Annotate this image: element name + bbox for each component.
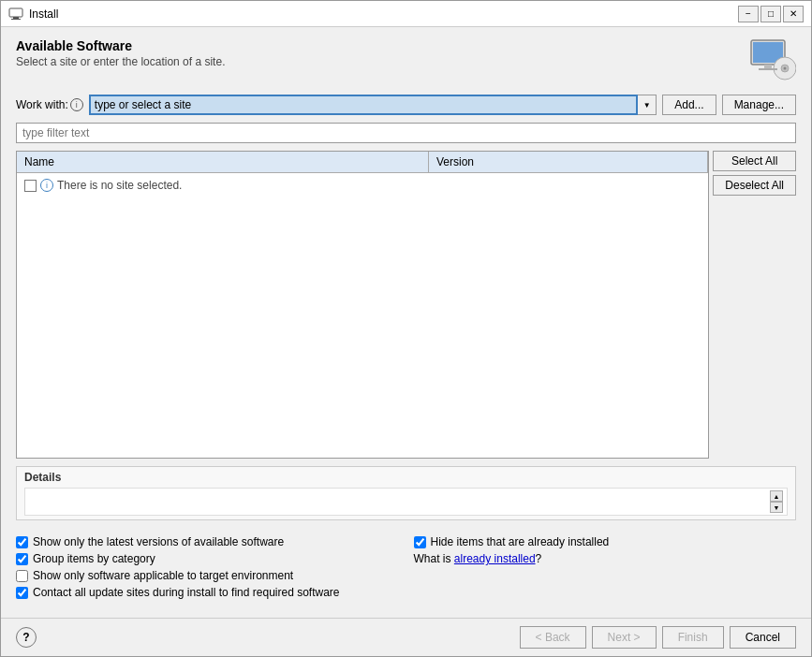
- option-contact-update-sites-label[interactable]: Contact all update sites during install …: [33, 586, 340, 599]
- side-buttons: Select All Deselect All: [713, 151, 796, 459]
- option-group-by-category-label[interactable]: Group items by category: [33, 552, 155, 565]
- header-computer-icon: [747, 38, 796, 83]
- option-contact-update-sites-checkbox[interactable]: [16, 587, 28, 599]
- header-section: Available Software Select a site or ente…: [16, 38, 796, 83]
- page-subtitle: Select a site or enter the location of a…: [16, 55, 225, 68]
- window-title: Install: [29, 7, 58, 21]
- table-section: Name Version i There is no site selected…: [16, 151, 796, 459]
- work-with-combo: ▼: [89, 95, 657, 115]
- details-label: Details: [24, 471, 788, 484]
- option-group-by-category-checkbox[interactable]: [16, 553, 28, 565]
- finish-button[interactable]: Finish: [662, 626, 724, 649]
- option-contact-update-sites: Contact all update sites during install …: [16, 586, 796, 599]
- page-title: Available Software: [16, 38, 225, 53]
- what-is-installed-text: What is already installed?: [414, 552, 542, 565]
- option-group-by-category: Group items by category: [16, 552, 399, 565]
- options-row-1: Show only the latest versions of availab…: [16, 535, 796, 548]
- work-with-label: Work with:: [16, 98, 68, 111]
- option-hide-installed-checkbox[interactable]: [414, 536, 426, 548]
- already-installed-link[interactable]: already installed: [454, 552, 536, 565]
- cancel-button[interactable]: Cancel: [730, 626, 796, 649]
- option-applicable-env-label[interactable]: Show only software applicable to target …: [33, 569, 293, 582]
- option-latest-versions: Show only the latest versions of availab…: [16, 535, 399, 548]
- svg-rect-8: [764, 65, 772, 68]
- details-section: Details ▲ ▼: [16, 466, 796, 520]
- options-section: Show only the latest versions of availab…: [16, 528, 796, 606]
- details-content: ▲ ▼: [24, 488, 788, 516]
- option-latest-versions-label[interactable]: Show only the latest versions of availab…: [33, 535, 284, 548]
- minimize-button[interactable]: −: [738, 6, 759, 22]
- svg-rect-2: [11, 19, 21, 20]
- option-what-is-installed: What is already installed?: [414, 552, 797, 565]
- work-with-row: Work with: i ▼ Add... Manage...: [16, 95, 796, 115]
- title-bar: Install − □ ✕: [1, 1, 811, 27]
- option-applicable-env-checkbox[interactable]: [16, 570, 28, 582]
- deselect-all-button[interactable]: Deselect All: [713, 175, 796, 196]
- scroll-up-button[interactable]: ▲: [770, 490, 783, 502]
- name-column-header: Name: [17, 152, 429, 172]
- footer-nav-buttons: < Back Next > Finish Cancel: [520, 626, 796, 649]
- row-checkbox[interactable]: [24, 180, 37, 192]
- back-button[interactable]: < Back: [520, 626, 586, 649]
- next-button[interactable]: Next >: [592, 626, 657, 649]
- window-icon: [8, 7, 23, 22]
- work-with-input[interactable]: [89, 95, 638, 115]
- option-applicable-env: Show only software applicable to target …: [16, 569, 399, 582]
- options-row-3: Show only software applicable to target …: [16, 569, 796, 582]
- software-table: Name Version i There is no site selected…: [16, 151, 709, 459]
- main-content: Available Software Select a site or ente…: [1, 27, 811, 618]
- help-button[interactable]: ?: [16, 627, 37, 648]
- options-row-2: Group items by category What is already …: [16, 552, 796, 565]
- svg-rect-1: [13, 17, 19, 19]
- version-column-header: Version: [429, 152, 708, 172]
- table-header: Name Version: [17, 152, 708, 173]
- close-button[interactable]: ✕: [783, 6, 804, 22]
- install-window: Install − □ ✕ Available Software Select …: [0, 0, 812, 657]
- row-info-icon: i: [40, 179, 53, 192]
- work-with-dropdown-button[interactable]: ▼: [638, 95, 657, 115]
- select-all-button[interactable]: Select All: [713, 151, 796, 171]
- option-hide-installed: Hide items that are already installed: [414, 535, 797, 548]
- work-with-info-icon[interactable]: i: [70, 98, 83, 111]
- scroll-down-button[interactable]: ▼: [770, 502, 783, 513]
- add-button[interactable]: Add...: [662, 95, 716, 115]
- svg-rect-0: [9, 8, 22, 17]
- svg-rect-9: [759, 68, 777, 70]
- options-row-4: Contact all update sites during install …: [16, 586, 796, 599]
- row-name-text: There is no site selected.: [57, 179, 182, 192]
- footer: ? < Back Next > Finish Cancel: [1, 618, 811, 656]
- option-latest-versions-checkbox[interactable]: [16, 536, 28, 548]
- table-row: i There is no site selected.: [17, 177, 708, 194]
- maximize-button[interactable]: □: [760, 6, 781, 22]
- table-body: i There is no site selected.: [17, 173, 708, 458]
- filter-input[interactable]: [16, 123, 796, 143]
- option-hide-installed-label[interactable]: Hide items that are already installed: [431, 535, 610, 548]
- svg-point-7: [784, 67, 787, 70]
- manage-button[interactable]: Manage...: [722, 95, 796, 115]
